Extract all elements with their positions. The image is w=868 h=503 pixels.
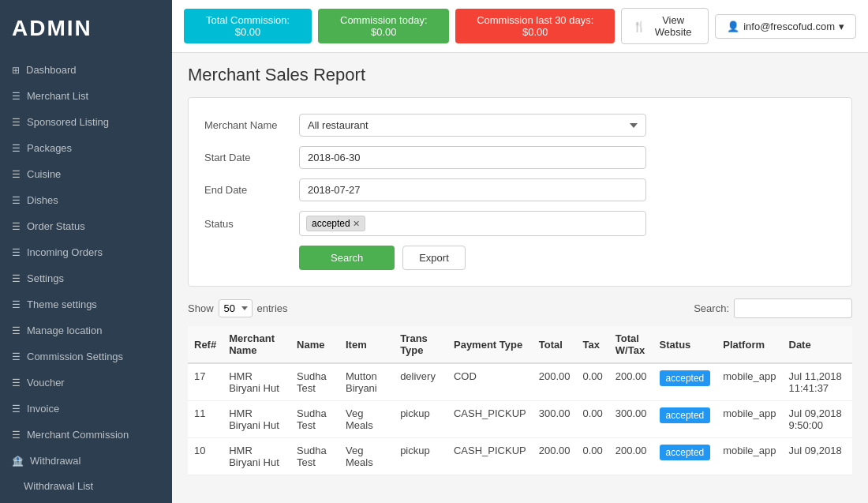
sidebar-item-label: Order Status	[27, 220, 85, 232]
total-commission-button[interactable]: Total Commission: $0.00	[184, 9, 312, 43]
list-icon: ☰	[12, 195, 21, 206]
bank-icon: 🏦	[12, 456, 24, 467]
sidebar-item-invoice[interactable]: ☰ Invoice	[0, 396, 172, 422]
merchant-name-row: Merchant Name All restaurant	[204, 114, 836, 137]
sidebar-item-label: Merchant Commission	[27, 429, 129, 441]
col-status: Status	[653, 326, 717, 363]
filter-card: Merchant Name All restaurant Start Date …	[188, 97, 852, 287]
sidebar-item-packages[interactable]: ☰ Packages	[0, 135, 172, 161]
cell-merchant: HMR Biryani Hut	[223, 363, 290, 401]
cell-merchant: HMR Biryani Hut	[223, 401, 290, 438]
sidebar-item-withdrawal[interactable]: 🏦 Withdrawal	[0, 448, 172, 474]
main-content: Total Commission: $0.00 Commission today…	[172, 0, 868, 503]
cell-trans-type: delivery	[394, 363, 447, 401]
start-date-input[interactable]	[299, 146, 646, 169]
sidebar-item-cuisine[interactable]: ☰ Cuisine	[0, 161, 172, 187]
status-badge: accepted	[660, 445, 711, 460]
cell-item: Veg Meals	[339, 438, 394, 475]
cell-total: 200.00	[533, 363, 577, 401]
chevron-down-icon: ▾	[839, 21, 844, 32]
list-icon: ☰	[12, 169, 21, 180]
user-menu-button[interactable]: 👤 info@frescofud.com ▾	[715, 14, 856, 39]
sidebar-item-dishes[interactable]: ☰ Dishes	[0, 187, 172, 213]
list-icon: ☰	[12, 273, 21, 284]
cell-name: Sudha Test	[290, 438, 339, 475]
end-date-row: End Date	[204, 178, 836, 201]
status-badge: accepted	[660, 370, 711, 386]
search-input[interactable]	[734, 298, 852, 318]
data-table: Ref# MerchantName Name Item Trans Type P…	[188, 326, 852, 475]
col-merchant-name: MerchantName	[223, 326, 290, 363]
sidebar-item-label: Dashboard	[26, 64, 77, 76]
commission-last30-button[interactable]: Commission last 30 days: $0.00	[455, 9, 615, 43]
list-icon: ☰	[12, 117, 21, 128]
show-entries: Show 50 entries	[188, 299, 288, 317]
sidebar-item-incoming-orders[interactable]: ☰ Incoming Orders	[0, 239, 172, 265]
content-area: Merchant Sales Report Merchant Name All …	[172, 53, 868, 503]
cell-total: 200.00	[533, 438, 577, 475]
cell-platform: mobile_app	[716, 363, 782, 401]
page-title: Merchant Sales Report	[188, 65, 852, 85]
entries-select[interactable]: 50	[219, 299, 253, 317]
sidebar-item-merchant-commission[interactable]: ☰ Merchant Commission	[0, 422, 172, 448]
search-label: Search:	[694, 302, 729, 314]
cell-tax: 0.00	[577, 363, 609, 401]
list-icon: ☰	[12, 299, 21, 310]
sidebar-item-label: Manage location	[27, 325, 102, 336]
merchant-name-select[interactable]: All restaurant	[299, 114, 646, 137]
sidebar-item-label: Invoice	[27, 403, 59, 415]
col-date: Date	[783, 326, 853, 363]
table-row: 11 HMR Biryani Hut Sudha Test Veg Meals …	[188, 401, 852, 438]
list-icon: ☰	[12, 143, 21, 154]
status-badge: accepted	[660, 407, 711, 423]
col-ref: Ref#	[188, 326, 223, 363]
sidebar-item-merchant-list[interactable]: ☰ Merchant List	[0, 83, 172, 109]
sidebar-item-settings[interactable]: ☰ Settings	[0, 265, 172, 291]
cell-date: Jul 11,2018 11:41:37	[783, 363, 853, 401]
cell-ref: 17	[188, 363, 223, 401]
sidebar-item-order-status[interactable]: ☰ Order Status	[0, 213, 172, 239]
cell-name: Sudha Test	[290, 363, 339, 401]
filter-actions: Search Export	[299, 246, 836, 270]
cell-tax: 0.00	[577, 438, 609, 475]
cell-total: 300.00	[533, 401, 577, 438]
list-icon: ☰	[12, 325, 21, 336]
sidebar-item-label: Withdrawal	[30, 455, 80, 467]
sidebar-item-label: Dishes	[27, 194, 58, 206]
sidebar-item-dashboard[interactable]: ⊞ Dashboard	[0, 57, 172, 83]
list-icon: ☰	[12, 404, 21, 415]
export-button[interactable]: Export	[402, 246, 466, 270]
sidebar-item-label: Cuisine	[27, 168, 61, 180]
end-date-input[interactable]	[299, 178, 646, 201]
sidebar-item-withdrawal-settings[interactable]: Settings	[0, 498, 172, 503]
sidebar-item-manage-location[interactable]: ☰ Manage location	[0, 317, 172, 343]
list-icon: ☰	[12, 430, 21, 441]
commission-today-button[interactable]: Commission today: $0.00	[318, 9, 449, 43]
col-payment-type: Payment Type	[447, 326, 533, 363]
sidebar-item-sponsored-listing[interactable]: ☰ Sponsored Listing	[0, 109, 172, 135]
cell-tax: 0.00	[577, 401, 609, 438]
tag-remove-button[interactable]: ✕	[353, 219, 360, 229]
sidebar-item-label: Merchant List	[27, 90, 88, 102]
status-tag: accepted ✕	[306, 216, 365, 231]
table-controls: Show 50 entries Search:	[188, 298, 852, 318]
list-icon: ☰	[12, 247, 21, 258]
sidebar-item-voucher[interactable]: ☰ Voucher	[0, 370, 172, 396]
sidebar-item-commission-settings[interactable]: ☰ Commission Settings	[0, 343, 172, 370]
cell-trans-type: pickup	[394, 438, 447, 475]
cell-platform: mobile_app	[716, 438, 782, 475]
sidebar: ADMIN ⊞ Dashboard ☰ Merchant List ☰ Spon…	[0, 0, 172, 503]
list-icon: ☰	[12, 221, 21, 232]
view-website-button[interactable]: 🍴 View Website	[621, 8, 709, 44]
search-button[interactable]: Search	[299, 246, 395, 270]
cell-status: accepted	[653, 363, 717, 401]
sidebar-item-withdrawal-list[interactable]: Withdrawal List	[0, 474, 172, 498]
cell-item: Mutton Biryani	[339, 363, 394, 401]
list-icon: ☰	[12, 377, 21, 389]
sidebar-item-label: Commission Settings	[27, 351, 123, 362]
cell-status: accepted	[653, 401, 717, 438]
cell-total-wtax: 200.00	[609, 438, 653, 475]
status-tag-input[interactable]: accepted ✕	[299, 211, 646, 236]
cell-item: Veg Meals	[339, 401, 394, 438]
sidebar-item-theme-settings[interactable]: ☰ Theme settings	[0, 291, 172, 317]
